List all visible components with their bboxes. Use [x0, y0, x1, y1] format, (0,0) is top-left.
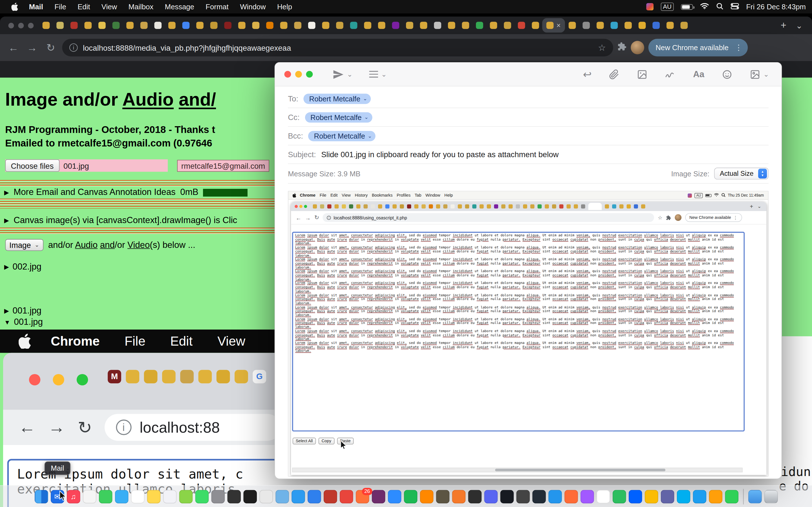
music-dock-icon[interactable]: ♫	[66, 490, 80, 503]
copy-button[interactable]: Copy	[318, 438, 334, 445]
browser-tab[interactable]	[319, 18, 333, 33]
browser-tab[interactable]	[220, 18, 235, 33]
skype-dock-icon[interactable]	[677, 490, 690, 503]
new-tab-button[interactable]	[775, 20, 792, 31]
menu-extra-icon[interactable]	[647, 3, 654, 10]
slack-dock-icon[interactable]	[371, 490, 385, 503]
postman-dock-icon[interactable]	[564, 490, 578, 503]
preview-app-dock-icon[interactable]	[275, 490, 289, 503]
browser-tab[interactable]	[514, 18, 528, 33]
safari-dock-icon[interactable]	[115, 490, 128, 503]
browser-tab[interactable]	[621, 18, 635, 33]
extensions-icon[interactable]	[617, 42, 626, 53]
ideas-row[interactable]: More Email and Canvas Annotation Ideas 0…	[4, 187, 248, 198]
link-text[interactable]: Audio	[75, 240, 98, 249]
send-options-chevron-icon[interactable]	[347, 70, 353, 78]
zoom-button[interactable]	[28, 22, 34, 28]
vscode-dock-icon[interactable]	[307, 490, 321, 503]
scribble-icon[interactable]	[665, 69, 675, 79]
send-button[interactable]	[333, 68, 344, 80]
obs-dock-icon[interactable]	[468, 490, 481, 503]
battery-icon[interactable]	[681, 4, 693, 10]
menu-message[interactable]: Message	[159, 3, 200, 11]
gimp-dock-icon[interactable]	[436, 490, 449, 503]
profile-avatar[interactable]	[631, 41, 644, 54]
back-button[interactable]	[6, 42, 20, 54]
dropbox-dock-icon[interactable]	[628, 490, 642, 503]
zoom-dock-icon[interactable]	[388, 490, 401, 503]
calculator-dock-icon[interactable]	[227, 490, 241, 503]
browser-tab[interactable]	[53, 18, 67, 33]
header-fields-chevron-icon[interactable]	[381, 70, 387, 78]
reminders-dock-icon[interactable]	[163, 490, 176, 503]
discord-dock-icon[interactable]	[484, 490, 497, 503]
browser-tab[interactable]	[360, 18, 374, 33]
browser-tab[interactable]	[262, 18, 276, 33]
menu-edit[interactable]: Edit	[72, 3, 96, 11]
docker-dock-icon[interactable]	[548, 490, 562, 503]
browser-tab[interactable]	[649, 18, 663, 33]
browser-tab[interactable]	[402, 18, 416, 33]
browser-tab[interactable]	[607, 18, 621, 33]
browser-tab[interactable]	[95, 18, 109, 33]
canvas-row[interactable]: Canvas image(s) via [canvasContext].draw…	[4, 215, 238, 226]
menu-format[interactable]: Format	[200, 3, 234, 11]
markup-icon[interactable]	[637, 69, 648, 79]
notes-dock-icon[interactable]	[147, 490, 160, 503]
apple-menu-icon[interactable]	[6, 3, 23, 11]
chrome-dock-icon[interactable]	[340, 490, 353, 503]
xcode-dock-icon[interactable]	[291, 490, 305, 503]
browser-tab[interactable]	[593, 18, 607, 33]
browser-tab[interactable]	[81, 18, 95, 33]
site-info-icon[interactable]	[69, 43, 78, 52]
trash-dock-icon[interactable]	[764, 490, 777, 503]
terminal-dock-icon[interactable]	[243, 490, 257, 503]
menu-mailbox[interactable]: Mailbox	[123, 3, 159, 11]
browser-tab[interactable]	[276, 18, 291, 33]
browser-tab[interactable]	[565, 18, 579, 33]
email-field[interactable]: rmetcalfe15@gmail.com	[177, 160, 269, 172]
control-center-icon[interactable]	[730, 3, 739, 11]
browser-tab[interactable]	[39, 18, 53, 33]
header-fields-icon[interactable]	[369, 71, 378, 78]
browser-tab[interactable]	[444, 18, 458, 33]
link-text[interactable]: Video	[128, 240, 150, 249]
browser-tab[interactable]	[151, 18, 165, 33]
input-source-indicator[interactable]: AU	[661, 3, 673, 11]
browser-tab[interactable]	[109, 18, 123, 33]
browser-tab[interactable]	[635, 18, 649, 33]
recipient-chevron-icon[interactable]	[364, 114, 368, 120]
browser-tab[interactable]	[67, 18, 81, 33]
browser-tab[interactable]	[333, 18, 347, 33]
link-text[interactable]: and	[100, 240, 115, 249]
slide-002-row[interactable]: 002.jpg	[4, 262, 42, 272]
tab-search-button[interactable]	[792, 20, 807, 31]
browser-menu-icon[interactable]	[733, 43, 745, 52]
browser-tab[interactable]	[579, 18, 593, 33]
recipient-chevron-icon[interactable]	[363, 96, 367, 101]
browser-tab[interactable]	[179, 18, 193, 33]
firefox-dock-icon[interactable]: 26	[356, 490, 369, 503]
disclosure-triangle-icon[interactable]	[4, 263, 9, 271]
menubar-clock[interactable]: Fri 26 Dec 8:43pm	[746, 3, 806, 11]
undo-icon[interactable]	[583, 68, 592, 80]
menu-window[interactable]: Window	[234, 3, 271, 11]
filezilla-dock-icon[interactable]	[323, 490, 337, 503]
recipient-pill[interactable]: Robert Metcalfe	[303, 94, 371, 104]
browser-tab[interactable]	[458, 18, 472, 33]
browser-tab[interactable]	[389, 18, 403, 33]
choose-files-button[interactable]: Choose files	[5, 159, 59, 172]
attach-icon[interactable]	[609, 69, 620, 79]
attachment-screenshot[interactable]: Chrome FileEditViewHistoryBookmarksProfi…	[288, 191, 768, 476]
file-input[interactable]: Choose files 001.jpg	[5, 159, 168, 172]
link-text[interactable]: and/	[179, 89, 216, 109]
messages-dock-icon[interactable]	[99, 490, 112, 503]
chrome-update-button[interactable]: New Chrome available	[649, 39, 748, 56]
zoom-button[interactable]	[306, 71, 313, 78]
browser-tab[interactable]	[347, 18, 361, 33]
browser-tab[interactable]	[123, 18, 137, 33]
wifi-icon[interactable]	[700, 3, 709, 11]
epic-dock-icon[interactable]	[516, 490, 529, 503]
select-all-button[interactable]: Select All	[293, 438, 316, 445]
recipient-pill[interactable]: Robert Metcalfe	[308, 131, 375, 141]
